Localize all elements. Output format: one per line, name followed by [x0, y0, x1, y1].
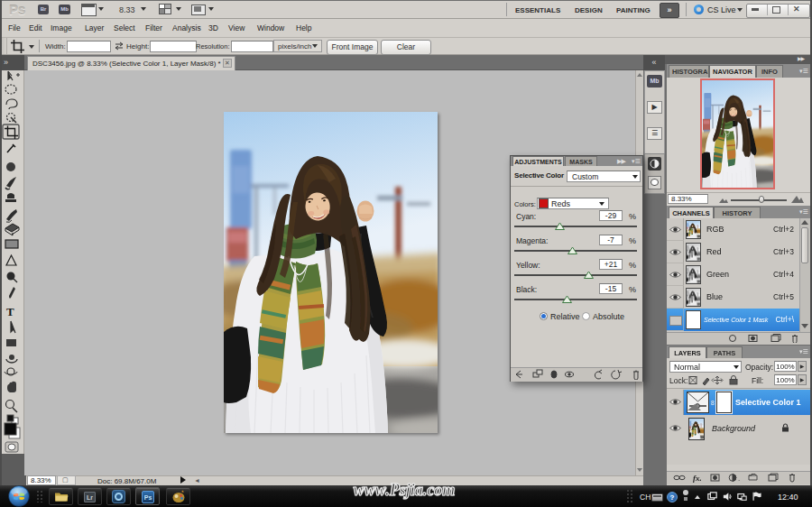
- svg-text:fx.: fx.: [693, 474, 702, 483]
- svg-text:T: T: [6, 305, 14, 318]
- svg-text:.: .: [738, 475, 740, 483]
